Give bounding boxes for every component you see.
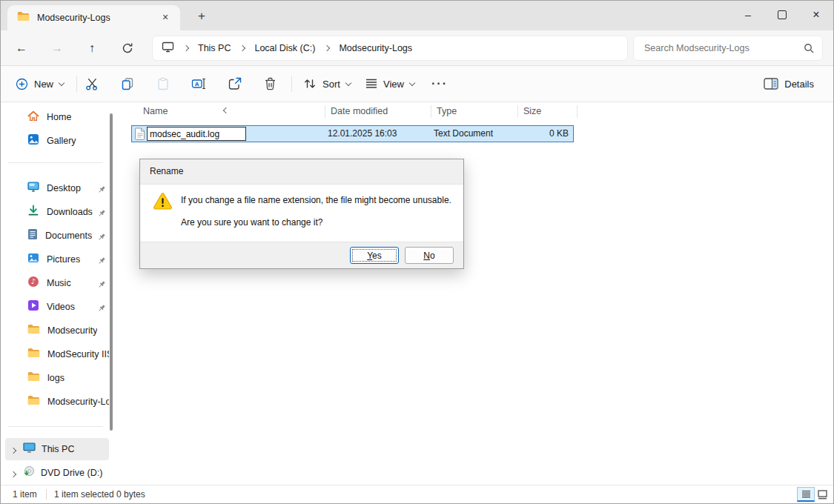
- sidebar-item-modsecurity-iis[interactable]: ModSecurity IIS: [5, 343, 109, 365]
- dialog-footer: Yes No: [140, 242, 463, 268]
- details-pane-button[interactable]: Details: [758, 71, 820, 96]
- column-divider[interactable]: [577, 105, 577, 118]
- sort-ascending-icon: [223, 107, 229, 113]
- sidebar-item-documents[interactable]: Documents: [5, 225, 109, 247]
- column-header-date-modified[interactable]: Date modified: [331, 102, 388, 121]
- sidebar-item-desktop[interactable]: Desktop: [5, 177, 109, 199]
- back-button[interactable]: ←: [11, 38, 32, 59]
- sidebar-item-label: Modsecurity-Lo: [47, 397, 109, 407]
- expand-chevron-icon[interactable]: [11, 466, 16, 480]
- command-bar: New A Sort View: [1, 66, 833, 102]
- warning-icon: [153, 192, 173, 213]
- details-pane-icon: [764, 78, 778, 90]
- toolbar-divider: [291, 76, 292, 92]
- column-header-type[interactable]: Type: [437, 102, 457, 121]
- dialog-message-line1: If you change a file name extension, the…: [181, 195, 451, 205]
- details-button-label: Details: [784, 79, 814, 90]
- no-button[interactable]: No: [405, 247, 454, 264]
- more-options-button[interactable]: ···: [425, 71, 454, 96]
- maximize-button[interactable]: [765, 1, 799, 29]
- sidebar-scrollbar[interactable]: [110, 113, 113, 431]
- rename-dialog: Rename If you change a file name extensi…: [139, 159, 464, 269]
- sidebar-item-dvd-drive[interactable]: DVD Drive (D:) S: [5, 462, 109, 484]
- sidebar-item-this-pc[interactable]: This PC: [5, 438, 109, 460]
- paste-button[interactable]: [149, 71, 177, 96]
- share-button[interactable]: [220, 71, 248, 96]
- cut-button[interactable]: [78, 71, 106, 96]
- status-divider: [46, 489, 47, 500]
- rename-edit-field[interactable]: [147, 127, 246, 141]
- chevron-down-icon: [409, 80, 415, 86]
- column-divider[interactable]: [325, 105, 325, 118]
- status-bar: 1 item 1 item selected 0 bytes: [1, 485, 833, 503]
- column-header-name[interactable]: Name: [143, 102, 168, 121]
- column-header-size[interactable]: Size: [523, 102, 541, 121]
- sidebar-item-home[interactable]: Home: [5, 106, 109, 128]
- view-button[interactable]: View: [360, 71, 420, 96]
- sidebar-item-videos[interactable]: Videos: [5, 296, 109, 318]
- sidebar-item-modsecurity[interactable]: Modsecurity: [5, 319, 109, 342]
- tab-modsecurity-logs[interactable]: Modsecurity-Logs ×: [7, 5, 180, 30]
- sidebar-item-label: DVD Drive (D:) S: [41, 468, 103, 478]
- tab-close-icon[interactable]: ×: [158, 10, 173, 25]
- file-size: 0 KB: [549, 126, 569, 142]
- copy-icon: [121, 77, 134, 90]
- refresh-button[interactable]: [117, 38, 138, 59]
- sidebar-item-gallery[interactable]: Gallery: [5, 130, 109, 152]
- sort-button[interactable]: Sort: [297, 71, 357, 96]
- sidebar-item-label: Documents: [45, 231, 92, 241]
- pin-icon: [97, 255, 106, 268]
- breadcrumb-modsecurity-logs[interactable]: Modsecurity-Logs: [339, 43, 412, 53]
- music-icon: ♪: [27, 276, 39, 291]
- selection-count: 1 item selected: [54, 485, 114, 503]
- breadcrumb-this-pc[interactable]: This PC: [198, 43, 231, 53]
- sidebar-item-logs[interactable]: logs: [5, 367, 109, 389]
- folder-icon: [27, 371, 40, 385]
- search-input[interactable]: [634, 36, 807, 60]
- expand-chevron-icon[interactable]: [11, 442, 16, 456]
- details-view-toggle[interactable]: [797, 487, 815, 502]
- sidebar-item-music[interactable]: ♪ Music: [5, 272, 109, 294]
- downloads-icon: [27, 205, 39, 219]
- sidebar-item-modsecurity-logs[interactable]: Modsecurity-Lo: [5, 391, 109, 413]
- tab-bar: Modsecurity-Logs × + – ×: [1, 1, 833, 30]
- sidebar-item-downloads[interactable]: Downloads: [5, 201, 109, 223]
- folder-icon: [27, 348, 40, 361]
- delete-button[interactable]: [256, 71, 284, 96]
- svg-text:A: A: [195, 81, 199, 87]
- close-button[interactable]: ×: [799, 1, 833, 29]
- sidebar-item-pictures[interactable]: Pictures: [5, 248, 109, 271]
- column-divider[interactable]: [517, 105, 518, 118]
- selection-size: 0 bytes: [116, 485, 145, 503]
- column-divider[interactable]: [431, 105, 431, 118]
- window-controls: – ×: [731, 1, 833, 30]
- rename-button[interactable]: A: [185, 71, 213, 96]
- file-date-modified: 12.01.2025 16:03: [328, 126, 397, 142]
- pin-icon: [97, 302, 106, 316]
- address-bar[interactable]: This PC Local Disk (C:) Modsecurity-Logs: [152, 36, 628, 61]
- rename-icon: A: [191, 77, 206, 90]
- breadcrumb-chevron-icon: [324, 45, 330, 51]
- up-button[interactable]: ↑: [82, 38, 102, 59]
- forward-button[interactable]: →: [47, 38, 67, 59]
- item-count: 1 item: [13, 485, 37, 503]
- sidebar-item-label: Gallery: [47, 136, 76, 146]
- copy-button[interactable]: [113, 71, 142, 96]
- sidebar-item-label: Downloads: [47, 207, 93, 217]
- sidebar-item-label: Modsecurity: [47, 325, 97, 336]
- sidebar-item-label: logs: [47, 373, 64, 383]
- large-icons-view-toggle[interactable]: [813, 487, 831, 502]
- file-row-modsec-audit-log[interactable]: 12.01.2025 16:03 Text Document 0 KB: [131, 125, 574, 142]
- breadcrumb-local-disk-c[interactable]: Local Disk (C:): [254, 43, 315, 53]
- share-icon: [228, 77, 242, 90]
- file-list-pane: Name Date modified Type Size 12.01.2025 …: [119, 102, 833, 485]
- new-button[interactable]: New: [8, 71, 71, 96]
- yes-button[interactable]: Yes: [350, 247, 399, 264]
- dialog-body: If you change a file name extension, the…: [140, 185, 463, 243]
- minimize-button[interactable]: –: [731, 1, 765, 29]
- column-header-row: Name Date modified Type Size: [119, 102, 833, 121]
- new-tab-button[interactable]: +: [192, 7, 211, 25]
- delete-icon: [264, 77, 277, 90]
- pin-icon: [97, 184, 106, 197]
- cut-icon: [85, 77, 99, 91]
